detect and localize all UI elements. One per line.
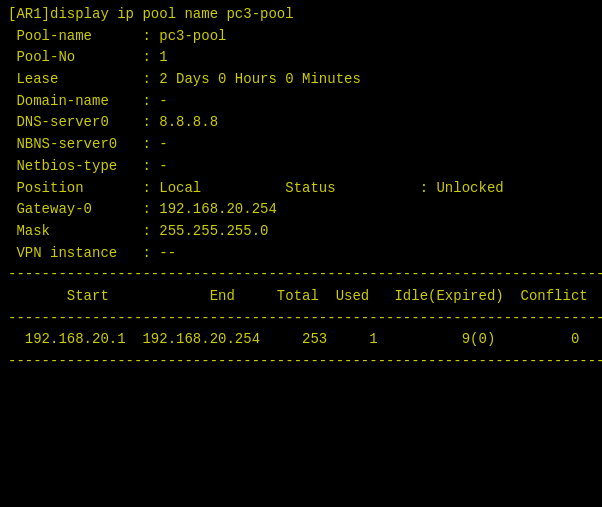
terminal-line-title: [AR1]display ip pool name pc3-pool [8, 4, 594, 26]
terminal-line-table-data: 192.168.20.1 192.168.20.254 253 1 9(0) 0… [8, 329, 594, 351]
terminal-line-pool-no: Pool-No : 1 [8, 47, 594, 69]
terminal-line-divider1: ----------------------------------------… [8, 264, 594, 286]
terminal-line-domain-name: Domain-name : - [8, 91, 594, 113]
terminal-line-nbns-server0: NBNS-server0 : - [8, 134, 594, 156]
terminal-line-position-status: Position : Local Status : Unlocked [8, 178, 594, 200]
terminal-line-mask: Mask : 255.255.255.0 [8, 221, 594, 243]
terminal-window: [AR1]display ip pool name pc3-pool Pool-… [0, 0, 602, 507]
terminal-line-netbios-type: Netbios-type : - [8, 156, 594, 178]
terminal-line-vpn-instance: VPN instance : -- [8, 243, 594, 265]
terminal-line-gateway-0: Gateway-0 : 192.168.20.254 [8, 199, 594, 221]
terminal-line-dns-server0: DNS-server0 : 8.8.8.8 [8, 112, 594, 134]
terminal-line-table-header: Start End Total Used Idle(Expired) Confl… [8, 286, 594, 308]
terminal-line-divider2: ----------------------------------------… [8, 308, 594, 330]
terminal-line-pool-name: Pool-name : pc3-pool [8, 26, 594, 48]
terminal-line-divider3: ----------------------------------------… [8, 351, 594, 373]
terminal-line-lease: Lease : 2 Days 0 Hours 0 Minutes [8, 69, 594, 91]
